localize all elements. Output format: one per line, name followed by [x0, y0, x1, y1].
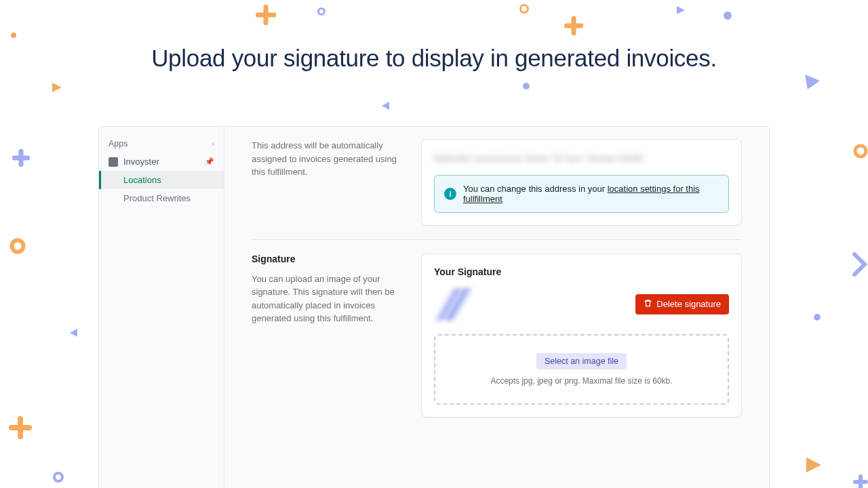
signature-preview-image [434, 288, 473, 321]
address-section: This address will be automatically assig… [252, 139, 742, 240]
svg-point-6 [12, 241, 24, 252]
address-card: Mykhaila Lomonosova Street, 55 Kyiv, Ukr… [421, 139, 742, 226]
pin-icon[interactable]: 📌 [205, 157, 214, 166]
sidebar-app-invoyster[interactable]: Invoyster 📌 [99, 152, 224, 171]
delete-button-label: Delete signature [656, 299, 721, 309]
address-description: This address will be automatically assig… [252, 139, 401, 179]
page-title: Upload your signature to display in gene… [0, 0, 868, 92]
signature-description: You can upload an image of your signatur… [252, 272, 401, 325]
svg-point-3 [855, 146, 866, 157]
svg-point-4 [814, 314, 821, 321]
chevron-right-icon: › [212, 140, 214, 148]
upload-hint: Accepts jpg, jpeg or png. Maximal file s… [442, 376, 721, 386]
upload-dropzone[interactable]: Select an image file Accepts jpg, jpeg o… [434, 334, 729, 405]
app-window: Apps › Invoyster 📌 Locations Product Rew… [98, 126, 770, 488]
sidebar-item-product-rewrites[interactable]: Product Rewrites [99, 189, 224, 207]
delete-signature-button[interactable]: Delete signature [635, 294, 729, 314]
sidebar-item-locations[interactable]: Locations [99, 171, 224, 189]
sidebar-apps-heading[interactable]: Apps › [99, 135, 224, 152]
signature-title: Signature [252, 253, 401, 264]
select-file-button[interactable]: Select an image file [536, 353, 627, 369]
signature-card-title: Your Signature [434, 266, 729, 277]
app-icon [108, 157, 118, 167]
sidebar-app-label: Invoyster [123, 157, 159, 167]
signature-section: Signature You can upload an image of you… [252, 253, 742, 431]
main-content: This address will be automatically assig… [224, 127, 769, 488]
svg-point-8 [54, 473, 62, 481]
info-icon: i [444, 188, 456, 200]
sidebar-heading-label: Apps [108, 139, 128, 148]
trash-icon [644, 299, 652, 310]
sidebar: Apps › Invoyster 📌 Locations Product Rew… [99, 127, 224, 488]
sidebar-item-label: Product Rewrites [123, 193, 191, 203]
info-text: You can change this address in your loca… [463, 184, 719, 204]
sidebar-item-label: Locations [123, 175, 161, 185]
info-banner: i You can change this address in your lo… [434, 175, 729, 213]
address-preview: Mykhaila Lomonosova Street, 55 Kyiv, Ukr… [434, 152, 729, 165]
signature-card: Your Signature Delete signature Select a… [421, 253, 742, 418]
